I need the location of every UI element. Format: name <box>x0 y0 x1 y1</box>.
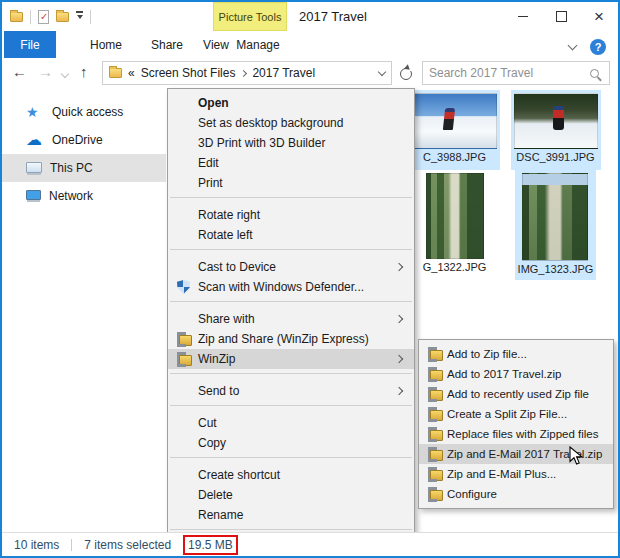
sidebar-item-icon <box>26 162 42 173</box>
sidebar-item-label: OneDrive <box>52 133 103 147</box>
up-arrow-icon[interactable] <box>80 63 88 80</box>
minimize-icon[interactable] <box>504 2 542 31</box>
context-menu-item[interactable]: Delete <box>168 485 414 505</box>
sidebar-item[interactable]: OneDrive <box>2 126 166 154</box>
file-tile[interactable]: DSC_3991.JPG <box>511 90 601 170</box>
context-menu-item <box>168 457 414 465</box>
photo-figure <box>442 108 454 130</box>
context-menu-item[interactable]: Set as desktop background <box>168 113 414 133</box>
items-count: 10 items <box>14 538 59 552</box>
context-menu-item[interactable]: Edit <box>168 153 414 173</box>
context-menu-item[interactable]: Rename <box>168 505 414 525</box>
search-input[interactable] <box>423 66 590 80</box>
ribbon-tab-label: Home <box>90 38 122 52</box>
submenu-item[interactable]: Zip and E-Mail Plus... <box>419 464 613 484</box>
context-menu-item <box>168 301 414 309</box>
context-menu-item[interactable]: Share with <box>168 309 414 329</box>
separator <box>30 10 31 24</box>
context-menu-item[interactable]: Cut <box>168 413 414 433</box>
context-menu-item[interactable]: Zip and Share (WinZip Express) <box>168 329 414 349</box>
menu-item-icon <box>175 155 193 171</box>
menu-item-icon <box>426 426 444 442</box>
search-icon[interactable] <box>590 69 599 78</box>
refresh-icon[interactable] <box>400 68 412 80</box>
address-dropdown-chevron-icon[interactable] <box>378 67 386 75</box>
submenu-item[interactable]: Add to Zip file... <box>419 344 613 364</box>
sidebar-item[interactable]: This PC <box>2 154 166 182</box>
back-arrow-icon[interactable] <box>12 63 27 80</box>
context-menu-item[interactable]: Copy <box>168 433 414 453</box>
status-divider <box>71 539 72 551</box>
menu-item-label: Open <box>198 96 229 110</box>
context-menu-item[interactable]: Rotate left <box>168 225 414 245</box>
sidebar-item[interactable]: Network <box>2 182 166 210</box>
title-bar: Picture Tools 2017 Travel <box>2 2 618 31</box>
file-thumbnail <box>514 93 598 149</box>
menu-item-label: Cast to Device <box>198 260 276 274</box>
menu-item-label: Zip and E-Mail Plus... <box>447 468 556 480</box>
context-menu-item[interactable]: WinZip <box>168 349 414 369</box>
context-menu-item[interactable]: Open <box>168 93 414 113</box>
submenu-arrow-icon <box>395 355 403 363</box>
menu-item-icon <box>175 115 193 131</box>
menu-item-icon <box>175 227 193 243</box>
ribbon-tab[interactable]: Home <box>82 31 130 58</box>
ribbon-tab[interactable]: File <box>4 31 56 58</box>
context-menu-item[interactable]: Rotate right <box>168 205 414 225</box>
menu-item-icon <box>175 207 193 223</box>
menu-item-label: Set as desktop background <box>198 116 343 130</box>
checkmark-document-icon[interactable] <box>38 10 49 24</box>
submenu-item[interactable]: Configure <box>419 484 613 504</box>
context-menu-item[interactable]: Send to <box>168 381 414 401</box>
menu-item-label: Add to recently used Zip file <box>447 388 589 400</box>
chevron-down-icon[interactable] <box>568 41 578 51</box>
breadcrumb-segment[interactable]: Screen Shot Files <box>141 66 236 80</box>
menu-item-label: WinZip <box>198 352 235 366</box>
context-menu-item[interactable]: 3D Print with 3D Builder <box>168 133 414 153</box>
submenu-item[interactable]: Create a Split Zip File... <box>419 404 613 424</box>
help-icon[interactable] <box>590 39 606 55</box>
submenu-item[interactable]: Add to 2017 Travel.zip <box>419 364 613 384</box>
ribbon-tab-label: File <box>20 38 39 52</box>
sidebar-item[interactable]: Quick access <box>2 98 166 126</box>
menu-item-icon <box>426 466 444 482</box>
submenu-item[interactable]: Replace files with Zipped files <box>419 424 613 444</box>
context-menu-item[interactable]: Print <box>168 173 414 193</box>
menu-item-label: Copy <box>198 436 226 450</box>
menu-item-label: 3D Print with 3D Builder <box>198 136 325 150</box>
close-icon[interactable] <box>580 2 618 31</box>
breadcrumb-segment[interactable]: 2017 Travel <box>252 66 315 80</box>
context-menu-item[interactable]: Scan with Windows Defender... <box>168 277 414 297</box>
forward-arrow-icon[interactable] <box>38 63 53 80</box>
menu-item-icon <box>175 351 193 367</box>
context-menu-item[interactable]: Cast to Device <box>168 257 414 277</box>
folder-icon[interactable] <box>56 12 69 22</box>
qat-dropdown-caret-icon[interactable] <box>76 11 83 22</box>
menu-item-label: Scan with Windows Defender... <box>198 280 364 294</box>
context-menu-item <box>168 373 414 381</box>
breadcrumb-prefix[interactable]: « <box>128 66 135 80</box>
menu-item-icon <box>426 446 444 462</box>
maximize-icon[interactable] <box>542 2 580 31</box>
file-thumbnail <box>426 173 484 259</box>
menu-item-label: Rotate left <box>198 228 253 242</box>
ribbon-tab[interactable]: Manage <box>226 31 290 58</box>
menu-item-icon <box>175 383 193 399</box>
breadcrumb[interactable]: « Screen Shot Files 2017 Travel <box>102 61 392 85</box>
file-name: DSC_3991.JPG <box>516 151 594 163</box>
menu-item-icon <box>175 135 193 151</box>
ribbon-tab[interactable]: Share <box>142 31 192 58</box>
recent-locations-chevron-icon[interactable] <box>61 70 69 78</box>
menu-item-label: Add to Zip file... <box>447 348 527 360</box>
file-tile[interactable]: G_1322.JPG <box>420 170 490 280</box>
menu-item-label: Create shortcut <box>198 468 280 482</box>
submenu-item[interactable]: Add to recently used Zip file <box>419 384 613 404</box>
menu-item-icon <box>175 507 193 523</box>
menu-item-icon <box>426 366 444 382</box>
ribbon-right-controls <box>569 39 606 55</box>
context-menu-item[interactable]: Create shortcut <box>168 465 414 485</box>
window-controls <box>504 2 618 31</box>
file-tile[interactable]: C_3988.JPG <box>410 90 500 170</box>
folder-icon[interactable] <box>10 12 23 22</box>
file-tile[interactable]: IMG_1323.JPG <box>515 170 597 280</box>
